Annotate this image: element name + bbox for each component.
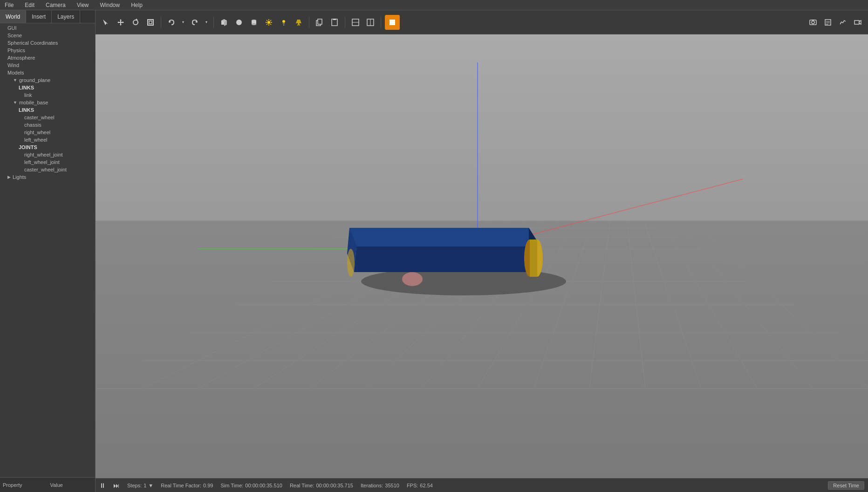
main-layout: World Insert Layers GUI Scene Spherical …	[0, 10, 868, 492]
tree-gui[interactable]: GUI	[0, 24, 95, 32]
svg-rect-45	[812, 20, 814, 20]
orange-btn[interactable]	[385, 15, 400, 30]
sep-3	[309, 17, 309, 28]
paste-tool[interactable]	[328, 16, 341, 29]
select-tool[interactable]	[99, 16, 112, 29]
tree-link[interactable]: link	[0, 91, 95, 99]
menu-camera[interactable]: Camera	[43, 1, 68, 9]
scene-tree: GUI Scene Spherical Coordinates Physics …	[0, 23, 95, 477]
tree-atmosphere[interactable]: Atmosphere	[0, 54, 95, 62]
sep-4	[345, 17, 345, 28]
fps-value: 62.54	[420, 483, 433, 488]
video-btn[interactable]	[851, 16, 864, 29]
tree-left-wheel-joint[interactable]: left_wheel_joint	[0, 158, 95, 166]
box-tool[interactable]	[218, 16, 231, 29]
svg-rect-50	[854, 20, 859, 24]
reset-time-button[interactable]: Reset Time	[828, 481, 864, 490]
tree-mobile-base[interactable]: ▼ mobile_base	[0, 99, 95, 106]
menu-window[interactable]: Window	[97, 1, 123, 9]
cylinder-tool[interactable]	[247, 16, 260, 29]
directional-light-tool[interactable]	[262, 16, 275, 29]
log-btn[interactable]	[821, 16, 834, 29]
fps-item: FPS: 62.54	[407, 483, 433, 488]
tree-chassis[interactable]: chassis	[0, 121, 95, 129]
tree-spherical[interactable]: Spherical Coordinates	[0, 39, 95, 47]
iterations-item: Iterations: 35510	[361, 483, 399, 488]
copy-tool[interactable]	[313, 16, 326, 29]
3d-viewport[interactable]	[96, 34, 868, 478]
menu-edit[interactable]: Edit	[22, 1, 37, 9]
realtime-clock-label: Real Time:	[290, 483, 314, 488]
svg-rect-36	[332, 19, 337, 26]
tree-right-wheel-joint[interactable]: right_wheel_joint	[0, 151, 95, 158]
svg-point-18	[267, 21, 270, 24]
tree-physics[interactable]: Physics	[0, 47, 95, 54]
menu-help[interactable]: Help	[128, 1, 145, 9]
align-1[interactable]	[349, 16, 362, 29]
svg-point-90	[347, 249, 355, 277]
scale-tool[interactable]	[144, 16, 157, 29]
point-light-tool[interactable]	[277, 16, 290, 29]
undo-drop[interactable]: ▾	[180, 16, 186, 29]
svg-marker-5	[123, 21, 124, 23]
tree-caster-wheel-joint[interactable]: caster_wheel_joint	[0, 166, 95, 173]
tab-world[interactable]: World	[0, 10, 26, 23]
steps-label: Steps:	[127, 483, 142, 488]
viewport-svg	[96, 34, 868, 478]
steps-item: Steps: 1 ▼	[127, 483, 153, 488]
svg-rect-28	[283, 23, 285, 24]
chart-btn[interactable]	[836, 16, 849, 29]
iterations-label: Iterations:	[361, 483, 383, 488]
svg-marker-84	[354, 246, 540, 272]
svg-point-14	[236, 20, 242, 25]
svg-rect-29	[283, 25, 284, 26]
tab-insert[interactable]: Insert	[26, 10, 52, 23]
arrow-lights: ▶	[7, 175, 11, 179]
svg-point-6	[133, 20, 138, 25]
tree-left-wheel[interactable]: left_wheel	[0, 136, 95, 144]
tree-ground-plane[interactable]: ▼ ground_plane	[0, 76, 95, 84]
menu-view[interactable]: View	[74, 1, 92, 9]
value-label: Value	[50, 482, 63, 488]
tree-lights[interactable]: ▶ Lights	[0, 173, 95, 181]
realtime-value: 0.99	[203, 483, 213, 488]
redo-btn[interactable]	[188, 16, 201, 29]
iterations-value: 35510	[385, 483, 399, 488]
steps-arrow[interactable]: ▼	[148, 483, 153, 488]
tree-scene[interactable]: Scene	[0, 32, 95, 39]
svg-rect-42	[390, 20, 395, 25]
rotate-tool[interactable]	[129, 16, 142, 29]
svg-point-27	[282, 20, 285, 23]
property-label: Property	[3, 482, 22, 488]
pause-btn[interactable]: ⏸	[99, 482, 106, 489]
svg-point-91	[402, 272, 423, 286]
menubar: File Edit Camera View Window Help	[0, 0, 868, 10]
translate-tool[interactable]	[114, 16, 127, 29]
tree-models[interactable]: Models	[0, 69, 95, 76]
tab-layers[interactable]: Layers	[52, 10, 80, 23]
tree-joints: JOINTS	[0, 144, 95, 151]
redo-drop[interactable]: ▾	[203, 16, 210, 29]
svg-marker-89	[530, 239, 537, 277]
simtime-value: 00:00:00:35.510	[245, 483, 282, 488]
undo-btn[interactable]	[165, 16, 178, 29]
svg-marker-2	[120, 19, 122, 20]
svg-rect-37	[333, 19, 336, 20]
svg-line-24	[270, 24, 271, 25]
realtime-clock-value: 00:00:00:35.715	[316, 483, 353, 488]
tree-links-1: LINKS	[0, 84, 95, 91]
tree-right-wheel[interactable]: right_wheel	[0, 129, 95, 136]
tree-caster-wheel[interactable]: caster_wheel	[0, 114, 95, 121]
align-2[interactable]	[364, 16, 377, 29]
sphere-tool[interactable]	[232, 16, 246, 29]
tree-wind[interactable]: Wind	[0, 62, 95, 69]
svg-line-23	[267, 20, 267, 21]
spot-light-tool[interactable]	[292, 16, 305, 29]
menu-file[interactable]: File	[2, 1, 16, 9]
fps-label: FPS:	[407, 483, 418, 488]
property-panel: Property Value	[0, 477, 95, 492]
next-btn[interactable]: ⏭	[113, 482, 120, 489]
screenshot-btn[interactable]	[806, 16, 820, 29]
svg-line-26	[267, 24, 267, 25]
steps-value: 1	[144, 483, 146, 488]
